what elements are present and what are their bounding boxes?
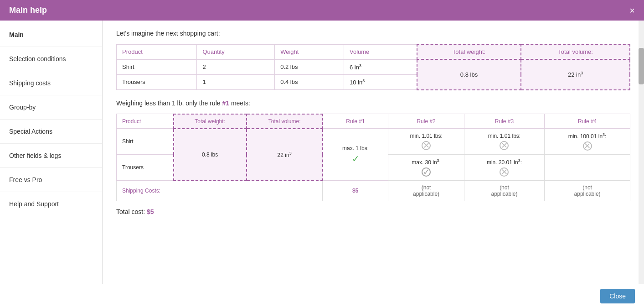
- shipping-cost-rule1: $5: [323, 181, 388, 201]
- modal-footer: Close: [0, 284, 644, 308]
- cell2-rule2-trousers: max. 30 in3: ✓: [388, 155, 464, 181]
- cell-volume: 6 in3: [344, 59, 417, 74]
- sidebar-item-main[interactable]: Main: [0, 23, 102, 47]
- cell-quantity: 2: [197, 59, 275, 74]
- close-button[interactable]: Close: [600, 289, 635, 303]
- sidebar-item-other-fields-logs[interactable]: Other fields & logs: [0, 144, 102, 168]
- cell2-product-trousers: Trousers: [117, 155, 174, 181]
- cell-volume: 10 in3: [344, 74, 417, 89]
- sidebar-item-help-support[interactable]: Help and Support: [0, 192, 102, 216]
- modal-close-button[interactable]: ×: [629, 6, 635, 15]
- total-cost-value: $5: [147, 208, 154, 215]
- cell2-total-weight: 0.8 lbs: [174, 129, 247, 181]
- sidebar-item-group-by[interactable]: Group-by: [0, 95, 102, 120]
- shipping-cost-rule2: (notapplicable): [388, 181, 464, 201]
- col2-product: Product: [117, 114, 174, 129]
- cell2-rule2-shirt: min. 1.01 lbs: ✕: [388, 129, 464, 155]
- col2-rule3: Rule #3: [464, 114, 544, 129]
- sidebar: Main Selection conditions Shipping costs…: [0, 21, 103, 284]
- rule1-label: max. 1 lbs:: [342, 145, 369, 151]
- shipping-costs-label: Shipping Costs:: [117, 181, 323, 201]
- shipping-costs-row: Shipping Costs: $5 (notapplicable) (nota…: [117, 181, 630, 201]
- col-total-volume: Total volume:: [521, 44, 630, 59]
- cell-total-volume-merged: 22 in3: [521, 59, 630, 90]
- col-total-weight: Total weight:: [417, 44, 521, 59]
- check-icon: ✓: [352, 153, 360, 164]
- total-cost-text: Total cost: $5: [116, 208, 630, 215]
- cell2-rule3-shirt: min. 1.01 lbs: ✕: [464, 129, 544, 155]
- cross-icon: ✕: [500, 167, 509, 177]
- cross-icon: ✕: [422, 141, 431, 150]
- shopping-cart-table: Product Quantity Weight Volume Total wei…: [116, 44, 630, 90]
- rules-table: Product Total weight: Total volume: Rule…: [116, 114, 630, 202]
- col-volume: Volume: [344, 44, 417, 59]
- table-row: Shirt 2 0.2 lbs 6 in3 0.8 lbs 22 in3: [117, 59, 630, 74]
- table-row: Shirt 0.8 lbs 22 in3 max. 1 lbs: ✓ min. …: [117, 129, 630, 155]
- cell-product: Trousers: [117, 74, 197, 89]
- col-quantity: Quantity: [197, 44, 275, 59]
- modal-container: Main help × Main Selection conditions Sh…: [0, 0, 644, 308]
- modal-body: Main Selection conditions Shipping costs…: [0, 21, 644, 284]
- cell2-rule1: max. 1 lbs: ✓: [323, 129, 388, 181]
- sidebar-item-selection-conditions[interactable]: Selection conditions: [0, 47, 102, 71]
- content-area: Let's imagine the next shopping cart: Pr…: [103, 21, 644, 284]
- rule2-min-label: min. 1.01 lbs:: [410, 133, 442, 139]
- rule3-min2-label: min. 30.01 in3:: [487, 158, 522, 166]
- weighing-text: Weighing less than 1 lb, only the rule #…: [116, 99, 630, 107]
- col2-rule1: Rule #1: [323, 114, 388, 129]
- scrollbar-thumb[interactable]: [639, 48, 644, 84]
- modal-title: Main help: [9, 5, 47, 15]
- cell-total-weight-merged: 0.8 lbs: [417, 59, 521, 90]
- col2-rule4: Rule #4: [545, 114, 630, 129]
- cross-icon: ✕: [500, 141, 509, 150]
- sidebar-item-special-actions[interactable]: Special Actions: [0, 120, 102, 144]
- cell-quantity: 1: [197, 74, 275, 89]
- cell2-total-volume: 22 in3: [247, 129, 323, 181]
- col-weight: Weight: [275, 44, 344, 59]
- col2-total-weight: Total weight:: [174, 114, 247, 129]
- cell-weight: 0.2 lbs: [275, 59, 344, 74]
- rule4-min-label: min. 100.01 in3:: [568, 132, 607, 140]
- intro-text: Let's imagine the next shopping cart:: [116, 30, 630, 37]
- cell2-rule3-trousers: min. 30.01 in3: ✕: [464, 155, 544, 181]
- sidebar-item-free-vs-pro[interactable]: Free vs Pro: [0, 168, 102, 192]
- rule3-min-label: min. 1.01 lbs:: [488, 133, 520, 139]
- modal-header: Main help ×: [0, 0, 644, 21]
- cell2-product: Shirt: [117, 129, 174, 155]
- sidebar-item-shipping-costs[interactable]: Shipping costs: [0, 71, 102, 95]
- rule2-max-label: max. 30 in3:: [412, 158, 441, 166]
- cell2-rule4-shirt: min. 100.01 in3: ✕: [545, 129, 630, 155]
- shipping-cost-rule3: (notapplicable): [464, 181, 544, 201]
- col2-rule2: Rule #2: [388, 114, 464, 129]
- scrollbar-track[interactable]: [639, 21, 644, 284]
- gray-check-icon: ✓: [422, 167, 431, 177]
- col-product: Product: [117, 44, 197, 59]
- shipping-cost-rule4: (notapplicable): [545, 181, 630, 201]
- cell-weight: 0.4 lbs: [275, 74, 344, 89]
- cell-product: Shirt: [117, 59, 197, 74]
- cell2-rule4-trousers: [545, 155, 630, 181]
- cross-icon: ✕: [583, 141, 592, 151]
- col2-total-volume: Total volume:: [247, 114, 323, 129]
